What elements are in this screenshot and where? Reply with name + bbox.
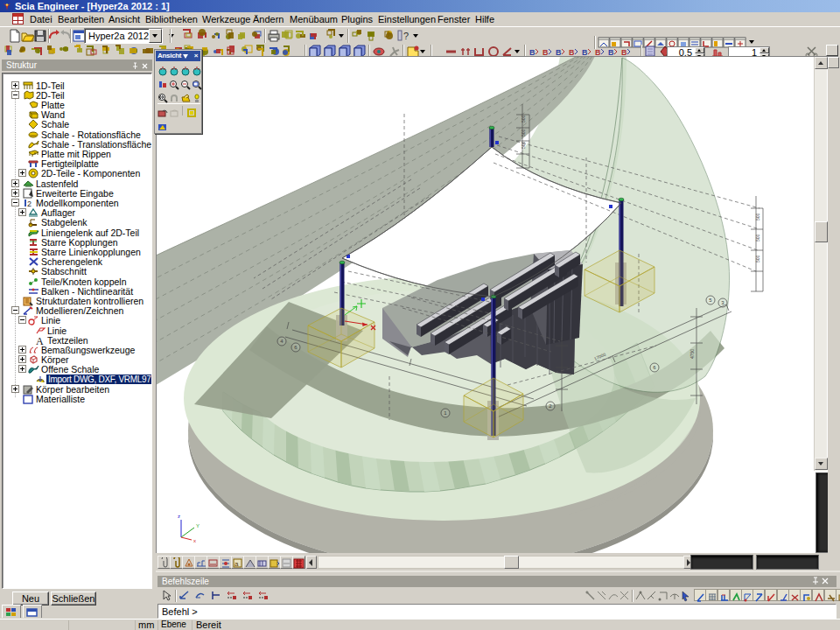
svg-text:Y: Y	[196, 523, 200, 528]
svg-text:?: ?	[403, 31, 409, 41]
svg-text:A: A	[36, 335, 44, 346]
svg-text:500: 500	[521, 129, 526, 136]
svg-text:500: 500	[755, 255, 760, 262]
svg-text:500: 500	[521, 115, 526, 122]
svg-text:500: 500	[521, 141, 526, 149]
svg-text:500: 500	[755, 234, 760, 242]
svg-text:500: 500	[755, 213, 760, 220]
svg-text:a: a	[234, 560, 239, 568]
svg-text:z: z	[178, 514, 180, 519]
svg-text:x: x	[193, 538, 196, 543]
svg-text:4750: 4750	[690, 349, 695, 359]
